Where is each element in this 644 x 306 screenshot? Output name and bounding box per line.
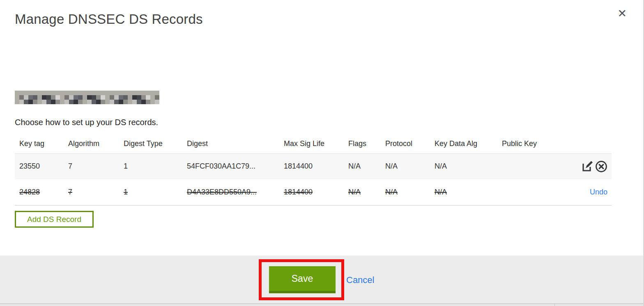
cell-max-sig-life: 1814400: [284, 188, 313, 196]
cell-digest-type: 1: [124, 188, 128, 196]
table-row: 23550 7 1 54FCF030AA1C79... 1814400 N/A …: [15, 153, 612, 179]
col-header-digest: Digest: [182, 135, 279, 153]
cell-key-data-alg: N/A: [435, 188, 447, 196]
close-icon[interactable]: ✕: [617, 8, 627, 19]
cell-protocol: N/A: [385, 162, 398, 170]
cell-flags: N/A: [348, 162, 361, 170]
cell-max-sig-life: 1814400: [284, 162, 313, 170]
table-row-deleted: 24828 7 1 D4A33E8DD550A9... 1814400 N/A …: [15, 179, 612, 205]
col-header-protocol: Protocol: [381, 135, 430, 153]
cell-key-tag: 23550: [19, 162, 40, 170]
cell-digest-type: 1: [124, 162, 128, 170]
col-header-key-data-alg: Key Data Alg: [430, 135, 497, 153]
instruction-text: Choose how to set up your DS records.: [15, 118, 158, 127]
cell-algorithm: 7: [68, 188, 72, 196]
table-header-row: Key tag Algorithm Digest Type Digest Max…: [15, 135, 612, 153]
cell-key-tag: 24828: [19, 188, 40, 196]
cell-digest: D4A33E8DD550A9...: [187, 188, 257, 196]
divider: [554, 304, 555, 306]
col-header-digest-type: Digest Type: [119, 135, 182, 153]
cell-key-data-alg: N/A: [435, 162, 447, 170]
col-header-max-sig-life: Max Sig Life: [279, 135, 344, 153]
cell-algorithm: 7: [68, 162, 72, 170]
ds-records-table: Key tag Algorithm Digest Type Digest Max…: [15, 135, 612, 206]
col-header-key-tag: Key tag: [15, 135, 64, 153]
undo-link[interactable]: Undo: [590, 188, 607, 196]
col-header-flags: Flags: [344, 135, 381, 153]
cell-digest: 54FCF030AA1C79...: [187, 162, 255, 170]
delete-icon[interactable]: [595, 160, 607, 173]
save-button[interactable]: Save: [269, 266, 336, 293]
col-header-public-key: Public Key: [497, 135, 559, 153]
add-ds-record-button[interactable]: Add DS Record: [15, 211, 94, 228]
cancel-link[interactable]: Cancel: [346, 275, 374, 285]
page-behind-modal-edge: [0, 304, 643, 306]
col-header-actions: [559, 135, 612, 153]
col-header-algorithm: Algorithm: [64, 135, 119, 153]
page-title: Manage DNSSEC DS Records: [15, 11, 203, 27]
edit-icon[interactable]: [581, 160, 593, 172]
dnssec-modal: Manage DNSSEC DS Records ✕ Choose how to…: [0, 0, 644, 306]
modal-footer: Save Cancel: [0, 256, 643, 304]
redacted-domain-name: [15, 91, 159, 105]
cell-protocol: N/A: [385, 188, 398, 196]
cell-flags: N/A: [348, 188, 361, 196]
